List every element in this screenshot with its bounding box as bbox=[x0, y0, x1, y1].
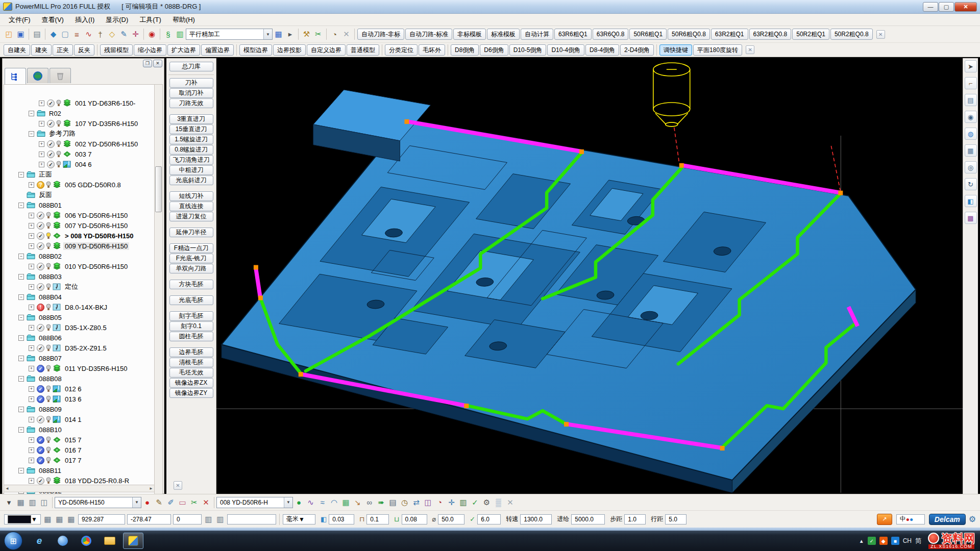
bulb-off-icon[interactable] bbox=[56, 120, 61, 128]
tree-row[interactable]: +✓017 7 bbox=[4, 455, 154, 465]
list-icon[interactable]: ▥ bbox=[203, 513, 214, 525]
expand-icon[interactable]: + bbox=[29, 182, 34, 188]
tree-row[interactable]: +✓D35-2X-Z91.5 bbox=[4, 343, 154, 353]
tree-row[interactable]: +✓011 YD-D35R6-H150 bbox=[4, 363, 154, 373]
simulate-icon[interactable]: ▸ bbox=[284, 29, 296, 40]
menu-item-3[interactable]: 显示(D) bbox=[100, 14, 134, 26]
feed-rate-field[interactable]: 5000.0 bbox=[571, 514, 605, 524]
macro-button-镜像边界ZY[interactable]: 镜像边界ZY bbox=[169, 388, 213, 398]
tray-ime-jian[interactable]: 简 bbox=[915, 537, 921, 545]
brush-icon[interactable]: ✐ bbox=[165, 496, 177, 508]
macro-button-取消刀补[interactable]: 取消刀补 bbox=[169, 88, 213, 98]
macro-button-1.5螺旋进刀[interactable]: 1.5螺旋进刀 bbox=[169, 135, 213, 144]
macro-button-建夹[interactable]: 建夹 bbox=[31, 44, 52, 56]
layout-icon[interactable]: ◫ bbox=[38, 496, 50, 508]
multicolor-view-icon[interactable]: ▩ bbox=[965, 212, 977, 224]
chevron-down-icon[interactable]: ▼ bbox=[132, 497, 141, 508]
ime-bar[interactable]: 中 ●● bbox=[896, 514, 925, 524]
scissors-icon[interactable]: ✂ bbox=[188, 496, 200, 508]
camera-icon[interactable]: ◉ bbox=[965, 111, 977, 123]
bulb-off-icon[interactable] bbox=[46, 263, 51, 270]
bulb-off-icon[interactable] bbox=[46, 344, 51, 352]
boundary-icon[interactable]: ◇ bbox=[106, 29, 118, 40]
menu-item-5[interactable]: 帮助(H) bbox=[167, 14, 201, 26]
panel-restore-icon[interactable]: ❐ bbox=[143, 60, 152, 67]
close-button[interactable]: ✕ bbox=[954, 2, 977, 12]
bulb-off-icon[interactable] bbox=[56, 140, 61, 148]
macro-button-延伸刀半径[interactable]: 延伸刀半径 bbox=[169, 228, 213, 237]
macro-button-平面180度旋转[interactable]: 平面180度旋转 bbox=[693, 44, 742, 56]
expand-icon[interactable]: + bbox=[39, 152, 44, 157]
expand-icon[interactable]: + bbox=[29, 243, 34, 249]
macro-button-63R2粗Q0.8[interactable]: 63R2粗Q0.8 bbox=[749, 29, 792, 40]
chevron-down-icon[interactable]: ▼ bbox=[263, 29, 272, 39]
expand-icon[interactable]: + bbox=[29, 386, 34, 392]
tree-row[interactable]: 反面 bbox=[4, 190, 154, 200]
tree-row[interactable]: +✓014 1 bbox=[4, 414, 154, 424]
feed-icon[interactable]: ➠ bbox=[375, 496, 387, 508]
expand-icon[interactable]: + bbox=[39, 121, 44, 127]
macro-button-D10-4倒角[interactable]: D10-4倒角 bbox=[547, 44, 584, 56]
macro-button-50R2粗Q0.8[interactable]: 50R2粗Q0.8 bbox=[830, 29, 873, 40]
macro-button-D10-5倒角[interactable]: D10-5倒角 bbox=[509, 44, 547, 56]
print-icon[interactable]: ▤ bbox=[31, 29, 43, 40]
bulb-off-icon[interactable] bbox=[46, 365, 51, 372]
macro-button-0.8螺旋进刀[interactable]: 0.8螺旋进刀 bbox=[169, 145, 213, 155]
macro-button-边界投影[interactable]: 边界投影 bbox=[273, 44, 306, 56]
clipboard-view-icon[interactable]: ▤ bbox=[965, 94, 977, 106]
macro-button-普通模型[interactable]: 普通模型 bbox=[347, 44, 379, 56]
macro-button-刀补[interactable]: 刀补 bbox=[169, 78, 213, 88]
measure-icon[interactable]: ⌐ bbox=[965, 77, 977, 89]
tree-row[interactable]: −088B10 bbox=[4, 424, 154, 435]
machine-icon[interactable]: ⚙ bbox=[481, 496, 493, 508]
lead-icon[interactable]: ↘ bbox=[352, 496, 363, 508]
macro-button-清根毛胚[interactable]: 清根毛胚 bbox=[169, 358, 213, 367]
macro-button-刻字毛胚[interactable]: 刻字毛胚 bbox=[169, 311, 213, 321]
collapse-icon[interactable]: − bbox=[18, 254, 24, 259]
macro-button-光底毛胚[interactable]: 光底毛胚 bbox=[169, 295, 213, 305]
macro-button-F光底-铣刀[interactable]: F光底-铣刀 bbox=[169, 254, 213, 263]
stepdown-field[interactable]: 1.0 bbox=[624, 514, 646, 524]
bulb-off-icon[interactable] bbox=[56, 99, 61, 107]
collapse-icon[interactable]: − bbox=[18, 376, 24, 382]
macro-button-50R2粗Q1[interactable]: 50R2粗Q1 bbox=[792, 29, 829, 40]
collapse-icon[interactable]: − bbox=[18, 335, 24, 341]
tree-row[interactable]: −088B07 bbox=[4, 353, 154, 363]
bulb-off-icon[interactable] bbox=[46, 416, 51, 423]
stats-icon[interactable]: ▥ bbox=[457, 496, 469, 508]
color-swatch-dropdown[interactable]: ▼ bbox=[4, 514, 41, 524]
collapse-icon[interactable]: − bbox=[29, 131, 34, 137]
expand-icon[interactable]: + bbox=[29, 437, 34, 443]
macro-button-刻字0.1[interactable]: 刻字0.1 bbox=[169, 321, 213, 331]
tree-row[interactable]: −088B04 bbox=[4, 292, 154, 302]
model-icon[interactable]: ◆ bbox=[47, 29, 59, 40]
taskbar-browser-icon[interactable] bbox=[53, 533, 73, 549]
tree-row[interactable]: +✓009 YD-D50R6-H150 bbox=[4, 241, 154, 251]
macro-button-镜像边界ZX[interactable]: 镜像边界ZX bbox=[169, 378, 213, 388]
tree-row[interactable]: −088B06 bbox=[4, 333, 154, 343]
bulb-off-icon[interactable] bbox=[46, 446, 51, 454]
macro-panel-close-icon[interactable]: ✕ bbox=[174, 481, 182, 490]
macro-button-光底斜进刀[interactable]: 光底斜进刀 bbox=[169, 176, 213, 185]
tools-icon[interactable]: ⚒ bbox=[301, 29, 312, 40]
zoom-to-box-icon[interactable]: ▦ bbox=[54, 513, 65, 525]
tree-row[interactable]: +✓007 YD-D50R6-H150 bbox=[4, 220, 154, 231]
tree-row[interactable]: −088B08 bbox=[4, 373, 154, 384]
thickness-field[interactable]: 0.1 bbox=[366, 514, 389, 524]
macro-button-偏置边界[interactable]: 偏置边界 bbox=[201, 44, 234, 56]
tree-row[interactable]: −088B05 bbox=[4, 312, 154, 322]
tree-row[interactable]: −R02 bbox=[4, 108, 154, 118]
units-combo[interactable]: 毫米 ▼ bbox=[283, 514, 315, 524]
bulb-off-icon[interactable] bbox=[46, 385, 51, 393]
tree-row[interactable]: +✓004 6 bbox=[4, 159, 154, 169]
expand-icon[interactable]: + bbox=[29, 233, 34, 239]
bulb-off-icon[interactable] bbox=[46, 212, 51, 219]
taskbar-chrome-icon[interactable] bbox=[76, 533, 96, 549]
taskbar-powermill-icon[interactable] bbox=[123, 533, 143, 549]
tip-radius-field[interactable]: 6.0 bbox=[477, 514, 501, 524]
macro-button-边界毛胚[interactable]: 边界毛胚 bbox=[169, 347, 213, 357]
globe-view-icon[interactable]: ◍ bbox=[965, 128, 977, 140]
tree-row[interactable]: −088B02 bbox=[4, 251, 154, 261]
explorer-tree-tab[interactable] bbox=[5, 68, 26, 84]
toolpath-icon[interactable]: ∿ bbox=[83, 29, 94, 40]
